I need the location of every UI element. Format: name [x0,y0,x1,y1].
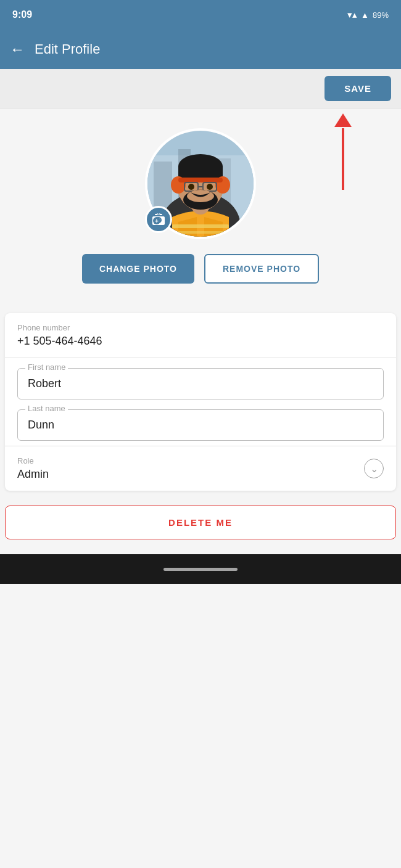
status-bar: 9:09 ▾▴ ▲ 89% [0,0,401,30]
first-name-field[interactable]: First name [17,368,384,399]
delete-section: DELETE ME [5,506,396,539]
photo-section: + CHANGE PHOTO REMOVE PHOTO [0,108,401,298]
role-value: Admin [17,468,49,481]
last-name-input[interactable] [18,410,383,440]
svg-point-23 [162,217,164,219]
svg-rect-11 [178,165,223,178]
first-name-container: First name [17,368,384,399]
role-label: Role [17,456,49,465]
arrow-annotation [334,115,352,190]
svg-rect-7 [172,231,229,234]
bottom-bar [0,554,401,584]
delete-me-button[interactable]: DELETE ME [5,506,396,539]
save-bar: SAVE [0,69,401,108]
avatar-wrapper: + [145,128,256,239]
phone-row: Phone number +1 505-464-4646 [5,313,396,358]
arrow-head [334,113,352,127]
svg-rect-6 [172,224,229,228]
svg-text:+: + [155,218,159,224]
back-button[interactable]: ← [10,41,25,58]
first-name-label: First name [25,362,68,372]
form-card: Phone number +1 505-464-4646 First name … [5,313,396,491]
first-name-input[interactable] [18,369,383,399]
svg-point-18 [188,184,194,190]
status-time: 9:09 [12,9,32,20]
wifi-icon: ▾▴ [347,9,357,20]
role-dropdown-button[interactable]: ⌄ [364,459,384,478]
svg-rect-14 [178,178,223,182]
camera-badge[interactable]: + [145,206,172,233]
app-header: ← Edit Profile [0,30,401,69]
role-info: Role Admin [17,456,49,481]
remove-photo-button[interactable]: REMOVE PHOTO [204,254,319,284]
camera-icon: + [151,212,166,227]
home-indicator[interactable] [163,568,238,571]
photo-buttons: CHANGE PHOTO REMOVE PHOTO [82,254,319,284]
change-photo-button[interactable]: CHANGE PHOTO [82,254,194,284]
phone-value: +1 505-464-4646 [17,335,384,348]
page-title: Edit Profile [35,41,100,57]
role-row[interactable]: Role Admin ⌄ [5,446,396,491]
signal-icon: ▲ [361,10,369,20]
last-name-field[interactable]: Last name [17,409,384,441]
last-name-label: Last name [25,404,68,413]
last-name-container: Last name [17,409,384,441]
svg-point-19 [207,184,213,190]
chevron-down-icon: ⌄ [370,463,378,475]
phone-label: Phone number [17,323,384,332]
arrow-line [342,128,344,190]
save-button[interactable]: SAVE [325,76,391,101]
battery-indicator: 89% [373,10,389,20]
status-icons: ▾▴ ▲ 89% [347,9,389,20]
